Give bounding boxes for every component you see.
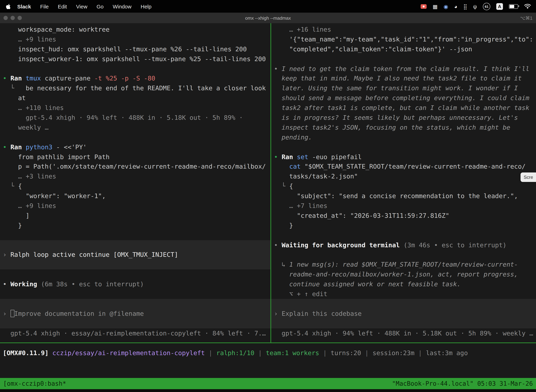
terminal-line[interactable] — [271, 299, 536, 309]
menu-go[interactable]: Go — [96, 3, 104, 9]
terminal-line: ⌥ + ↑ edit — [271, 289, 536, 299]
terminal-line[interactable] — [0, 260, 270, 270]
terminal-line: } — [0, 221, 270, 230]
stand-icon[interactable]: ψ — [473, 4, 477, 9]
wifi-icon[interactable] — [524, 4, 531, 9]
terminal-line: gpt-5.4 xhigh · essay/ai-reimplementatio… — [0, 328, 270, 338]
terminal-line: at — [0, 93, 270, 103]
pane-divider[interactable] — [270, 23, 271, 342]
menu-edit[interactable]: Edit — [58, 3, 67, 9]
terminal-line: readme-and-reco/mailbox/worker-1.json, a… — [271, 270, 536, 280]
terminal-line: keep that in mind. Maybe I also need the… — [271, 74, 536, 84]
prompt-line[interactable]: › Explain this codebase — [271, 309, 536, 319]
minimize-button[interactable] — [10, 16, 15, 20]
terminal-line — [271, 54, 536, 64]
terminal-line: } — [271, 221, 536, 230]
terminal-line: └ { — [0, 182, 270, 191]
terminal-line: task2 after task1 is complete, but can I… — [271, 103, 536, 113]
terminal-line: later. Using the same for transition mig… — [271, 84, 536, 93]
terminal-line: from pathlib import Path — [0, 152, 270, 162]
terminal-line: • Working (6m 38s • esc to interrupt) — [0, 279, 270, 289]
left-pane-lines: workspace_mode: worktree … +9 lines insp… — [0, 25, 270, 338]
menu-bar-status-items: ▦ ◉ ◕ ⣿ ψ 61 A — [421, 3, 536, 10]
terminal-line[interactable] — [0, 240, 270, 250]
menu-view[interactable]: View — [76, 3, 87, 9]
terminal-line: weekly … — [0, 123, 270, 132]
terminal-line: [OMX#0.11.9] cczip/essay/ai-reimplementa… — [0, 348, 536, 358]
terminal-line: is in progress? It seems likely but perh… — [271, 113, 536, 123]
desktop: Slack File Edit View Go Window Help ▦ ◉ … — [0, 0, 536, 392]
terminal-line: … +110 lines — [0, 103, 270, 113]
terminal-line: "completed","claim_token":"claim-token"}… — [271, 44, 536, 54]
terminal-line: • I need to get the claim token from the… — [271, 64, 536, 74]
hud-lines: [OMX#0.11.9] cczip/essay/ai-reimplementa… — [0, 348, 536, 358]
terminal-line: • Ran tmux capture-pane -t %25 -p -S -80 — [0, 74, 270, 84]
terminal-line: … +7 lines — [271, 201, 536, 211]
terminal-line: gpt-5.4 xhigh · 94% left · 488K in · 5.1… — [271, 328, 536, 338]
right-pane[interactable]: … +16 lines '{"team_name":"my-team","tas… — [271, 23, 536, 342]
battery-percent-badge[interactable]: 61 — [483, 3, 490, 10]
terminal-line: • Waiting for background terminal (3m 46… — [271, 240, 536, 250]
apple-menu-icon[interactable] — [6, 3, 11, 9]
terminal-line: ↳ 1 new msg(s): read $OMX_TEAM_STATE_ROO… — [271, 260, 536, 270]
window-shortcut-hint: ⌥⌘1 — [520, 15, 532, 21]
terminal-line: tasks/task-2.json" — [271, 172, 536, 182]
terminal-line: └ { — [271, 182, 536, 191]
battery-icon[interactable] — [509, 4, 518, 9]
record-dot — [423, 5, 425, 7]
window-title: omx --xhigh --madmax — [0, 15, 536, 21]
dial-icon[interactable]: ◕ — [454, 4, 457, 9]
menu-window[interactable]: Window — [113, 3, 132, 9]
screen-share-overlay[interactable]: Scre — [521, 173, 536, 182]
traffic-lights — [4, 16, 22, 20]
terminal-line — [271, 230, 536, 240]
terminal-line: "created_at": "2026-03-31T11:59:27.816Z" — [271, 211, 536, 221]
terminal-line: "subject": "send a concise recommendatio… — [271, 191, 536, 201]
orb-icon[interactable]: ◉ — [444, 4, 448, 9]
terminal-line[interactable] — [271, 318, 536, 328]
terminal-line: workspace_mode: worktree — [0, 25, 270, 34]
terminal-line[interactable] — [0, 299, 270, 309]
window-title-bar[interactable]: omx --xhigh --madmax ⌥⌘1 — [0, 13, 536, 23]
dots-grid-icon[interactable]: ⣿ — [463, 4, 467, 9]
terminal-line: '{"team_name":"my-team","task_id":"1","f… — [271, 34, 536, 44]
menu-bar: Slack File Edit View Go Window Help ▦ ◉ … — [0, 0, 536, 13]
terminal-line: inspect_worker-1: omx sparkshell --tmux-… — [0, 54, 270, 64]
terminal-line: … +3 lines — [0, 172, 270, 182]
terminal-line: … +16 lines — [271, 25, 536, 34]
terminal-line — [0, 270, 270, 280]
terminal-line — [0, 64, 270, 74]
terminal-line: inspect task2's JSON, focusing on the st… — [271, 123, 536, 132]
terminal-line: cat "$OMX_TEAM_STATE_ROOT/team/review-cu… — [271, 162, 536, 172]
terminal-line: gpt-5.4 xhigh · 94% left · 488K in · 5.1… — [0, 113, 270, 123]
omx-status-pane: [OMX#0.11.9] cczip/essay/ai-reimplementa… — [0, 343, 536, 378]
grid-icon[interactable]: ▦ — [433, 4, 438, 9]
right-pane-lines: … +16 lines '{"team_name":"my-team","tas… — [271, 25, 536, 338]
terminal-line — [0, 230, 270, 240]
menu-file[interactable]: File — [40, 3, 48, 9]
terminal-line: └ be necessary for the end of the README… — [0, 84, 270, 93]
terminal-line: … +9 lines — [0, 34, 270, 44]
screen-share-overlay-label: Scre — [524, 175, 533, 180]
left-pane[interactable]: workspace_mode: worktree … +9 lines insp… — [0, 23, 270, 342]
terminal-line: continue assigned work or next feasible … — [271, 279, 536, 289]
terminal-content: workspace_mode: worktree … +9 lines insp… — [0, 23, 536, 342]
terminal-line[interactable] — [0, 318, 270, 328]
terminal-line: "worker": "worker-1", — [0, 191, 270, 201]
close-button[interactable] — [4, 16, 8, 20]
terminal-line — [0, 289, 270, 299]
screen-recording-indicator-icon[interactable] — [421, 4, 427, 9]
bottom-strip — [0, 389, 536, 392]
menu-help[interactable]: Help — [141, 3, 152, 9]
terminal-line: • Ran set -euo pipefail — [271, 152, 536, 162]
terminal-line — [0, 132, 270, 142]
input-source-icon[interactable]: A — [496, 3, 503, 10]
active-app-name[interactable]: Slack — [17, 3, 31, 9]
zoom-button[interactable] — [18, 16, 22, 20]
terminal-line: p = Path('.omx/state/team/review-current… — [0, 162, 270, 172]
terminal-line: should send a message before completing … — [271, 93, 536, 103]
terminal-line: • Ran python3 - <<'PY' — [0, 142, 270, 152]
prompt-line[interactable]: › Ralph loop active continue [OMX_TMUX_I… — [0, 250, 270, 260]
prompt-line[interactable]: › Improve documentation in @filename — [0, 309, 270, 319]
terminal-line — [271, 142, 536, 152]
